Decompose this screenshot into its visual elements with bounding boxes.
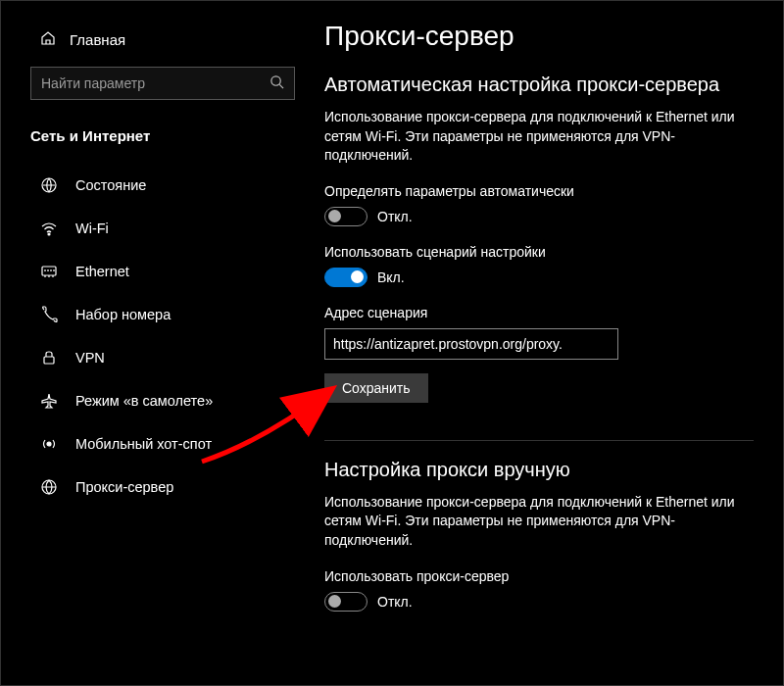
script-state: Вкл. [377, 270, 405, 285]
sidebar-item-dialup[interactable]: Набор номера [1, 293, 315, 336]
page-title: Прокси-сервер [324, 21, 754, 52]
sidebar-item-label: Ethernet [75, 264, 129, 279]
manual-section-description: Использование прокси-сервера для подключ… [324, 493, 754, 551]
search-container [30, 67, 295, 100]
auto-section-title: Автоматическая настройка прокси-сервера [324, 74, 754, 96]
address-label: Адрес сценария [324, 305, 754, 320]
sidebar-item-hotspot[interactable]: Мобильный хот-спот [1, 422, 315, 466]
svg-point-5 [47, 442, 51, 446]
search-input[interactable] [41, 75, 270, 91]
detect-toggle-row: Откл. [324, 207, 754, 226]
script-label: Использовать сценарий настройки [324, 244, 754, 260]
category-title: Сеть и Интернет [1, 118, 315, 158]
detect-toggle[interactable] [324, 207, 368, 226]
sidebar: Главная Сеть и Интернет Состояние [1, 1, 315, 686]
sidebar-item-proxy[interactable]: Прокси-сервер [1, 466, 315, 509]
use-proxy-state: Откл. [377, 594, 413, 610]
status-icon [40, 176, 58, 194]
svg-point-2 [48, 233, 50, 235]
home-link[interactable]: Главная [1, 21, 315, 63]
save-button[interactable]: Сохранить [324, 373, 428, 403]
search-box[interactable] [30, 67, 295, 100]
search-icon [270, 74, 284, 93]
detect-state: Откл. [377, 209, 413, 224]
use-proxy-toggle-row: Откл. [324, 592, 754, 612]
home-label: Главная [70, 31, 125, 48]
svg-rect-4 [44, 357, 54, 364]
proxy-icon [40, 478, 58, 496]
auto-section-description: Использование прокси-сервера для подключ… [324, 108, 754, 166]
use-proxy-label: Использовать прокси-сервер [324, 568, 754, 584]
script-address-input[interactable] [324, 328, 618, 360]
dialup-icon [40, 306, 58, 323]
detect-label: Определять параметры автоматически [324, 183, 754, 199]
svg-point-0 [271, 75, 280, 84]
sidebar-item-wifi[interactable]: Wi-Fi [1, 207, 315, 250]
sidebar-item-label: Wi-Fi [75, 220, 109, 236]
script-toggle[interactable] [324, 268, 368, 287]
script-toggle-row: Вкл. [324, 268, 754, 287]
airplane-icon [40, 392, 58, 410]
home-icon [40, 30, 56, 49]
wifi-icon [40, 220, 58, 237]
hotspot-icon [40, 435, 58, 453]
manual-section-title: Настройка прокси вручную [324, 459, 754, 481]
sidebar-item-airplane[interactable]: Режим «в самолете» [1, 379, 315, 422]
sidebar-item-label: VPN [75, 350, 105, 366]
sidebar-item-vpn[interactable]: VPN [1, 336, 315, 379]
sidebar-item-label: Состояние [75, 177, 146, 193]
sidebar-item-label: Мобильный хот-спот [75, 436, 212, 452]
sidebar-item-label: Набор номера [75, 307, 171, 322]
sidebar-item-label: Режим «в самолете» [75, 393, 213, 409]
main-content: Прокси-сервер Автоматическая настройка п… [315, 1, 783, 686]
use-proxy-toggle[interactable] [324, 592, 368, 612]
sidebar-item-label: Прокси-сервер [75, 479, 173, 495]
ethernet-icon [40, 263, 58, 280]
vpn-icon [40, 349, 58, 367]
section-divider [324, 440, 754, 441]
nav-list: Состояние Wi-Fi Ethernet Набор номера [1, 164, 315, 509]
sidebar-item-status[interactable]: Состояние [1, 164, 315, 207]
sidebar-item-ethernet[interactable]: Ethernet [1, 250, 315, 293]
